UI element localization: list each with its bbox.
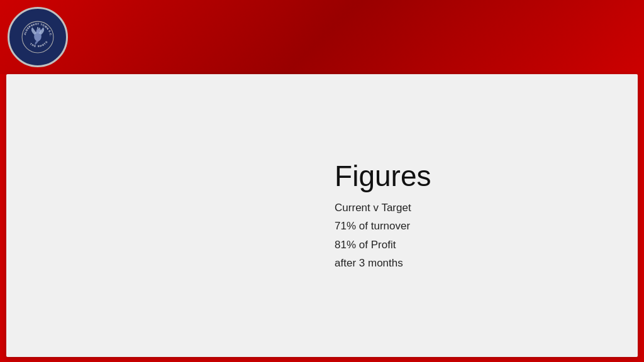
figures-line-2: 71% of turnover: [335, 218, 431, 234]
header: ALDERSHOT TOWN F.C. THE SHOTS: [0, 0, 644, 74]
slide-container: Figures Current v Target 71% of turnover…: [6, 74, 638, 357]
figures-line-4: after 3 months: [335, 255, 431, 272]
club-logo: ALDERSHOT TOWN F.C. THE SHOTS: [8, 7, 68, 67]
figures-title: Figures: [335, 160, 431, 192]
figures-line-3: 81% of Profit: [335, 236, 431, 253]
slide-body: Figures Current v Target 71% of turnover…: [335, 160, 431, 272]
figures-line-1: Current v Target: [335, 199, 431, 216]
